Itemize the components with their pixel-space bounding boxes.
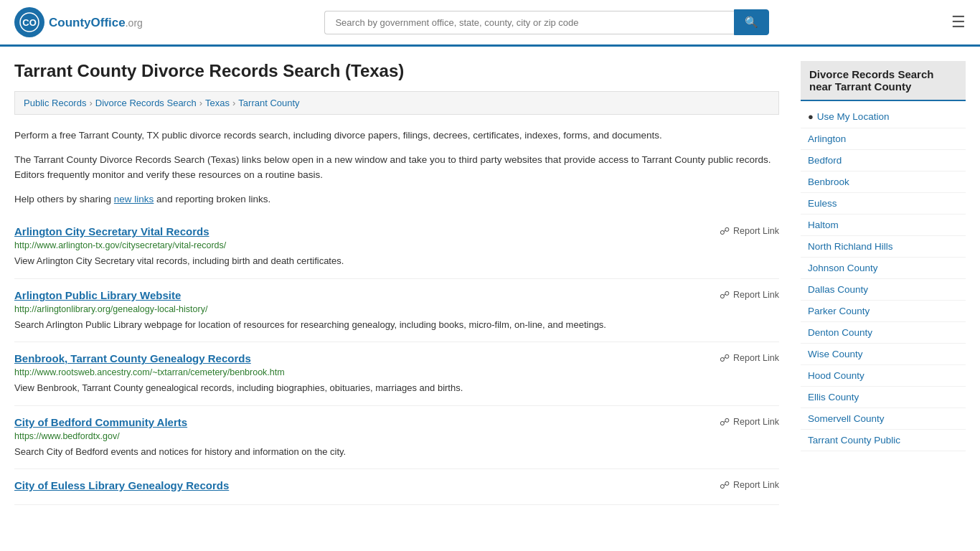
report-link[interactable]: ☍ Report Link [720, 416, 779, 428]
breadcrumb-tarrant-county[interactable]: Tarrant County [238, 98, 299, 108]
report-icon: ☍ [720, 289, 730, 301]
search-icon: 🔍 [745, 16, 758, 28]
logo-area[interactable]: CO CountyOffice.org [14, 7, 143, 37]
description-2: The Tarrant County Divorce Records Searc… [14, 152, 779, 183]
sidebar-link-benbrook[interactable]: Benbrook [801, 171, 966, 193]
breadcrumb-sep-2: › [199, 98, 202, 108]
desc-text-post: and reporting broken links. [154, 194, 270, 204]
result-title[interactable]: Benbrook, Tarrant County Genealogy Recor… [14, 352, 251, 364]
search-area: 🔍 [324, 9, 769, 35]
breadcrumb-sep-3: › [232, 98, 235, 108]
results-list: Arlington City Secretary Vital Records ☍… [14, 215, 779, 505]
report-link[interactable]: ☍ Report Link [720, 225, 779, 237]
result-item: Benbrook, Tarrant County Genealogy Recor… [14, 342, 779, 406]
result-header: Arlington City Secretary Vital Records ☍… [14, 225, 779, 237]
result-desc: Search Arlington Public Library webpage … [14, 318, 779, 332]
result-item: Arlington City Secretary Vital Records ☍… [14, 215, 779, 279]
breadcrumb: Public Records › Divorce Records Search … [14, 91, 779, 115]
report-icon: ☍ [720, 479, 730, 491]
result-desc: View Arlington City Secretary vital reco… [14, 254, 779, 268]
result-item: City of Bedford Community Alerts ☍ Repor… [14, 406, 779, 470]
result-title[interactable]: Arlington Public Library Website [14, 289, 181, 301]
result-header: Benbrook, Tarrant County Genealogy Recor… [14, 352, 779, 364]
report-link[interactable]: ☍ Report Link [720, 352, 779, 364]
location-icon: ● [808, 111, 814, 122]
site-header: CO CountyOffice.org 🔍 ☰ [0, 0, 980, 47]
result-desc: View Benbrook, Tarrant County genealogic… [14, 381, 779, 395]
sidebar-link-wise-county[interactable]: Wise County [801, 344, 966, 365]
description-3: Help others by sharing new links and rep… [14, 192, 779, 207]
breadcrumb-sep-1: › [89, 98, 92, 108]
result-url: https://www.bedfordtx.gov/ [14, 431, 779, 441]
content-area: Tarrant County Divorce Records Search (T… [14, 61, 801, 505]
breadcrumb-texas[interactable]: Texas [205, 98, 230, 108]
result-header: City of Euless Library Genealogy Records… [14, 479, 779, 491]
sidebar-link-ellis-county[interactable]: Ellis County [801, 387, 966, 408]
search-button[interactable]: 🔍 [734, 9, 769, 35]
result-title[interactable]: City of Bedford Community Alerts [14, 416, 187, 428]
report-icon: ☍ [720, 416, 730, 428]
sidebar-link-haltom[interactable]: Haltom [801, 215, 966, 236]
page-title: Tarrant County Divorce Records Search (T… [14, 61, 779, 81]
menu-icon[interactable]: ☰ [951, 13, 966, 32]
sidebar-link-north-richland-hills[interactable]: North Richland Hills [801, 236, 966, 258]
breadcrumb-public-records[interactable]: Public Records [24, 98, 86, 108]
sidebar-link-bedford[interactable]: Bedford [801, 150, 966, 171]
sidebar-link-parker-county[interactable]: Parker County [801, 301, 966, 322]
logo-text: CountyOffice.org [49, 15, 143, 30]
sidebar-link-euless[interactable]: Euless [801, 193, 966, 215]
result-item: City of Euless Library Genealogy Records… [14, 469, 779, 505]
svg-text:CO: CO [22, 17, 37, 28]
main-container: Tarrant County Divorce Records Search (T… [0, 47, 980, 505]
result-url: http://www.arlington-tx.gov/citysecretar… [14, 240, 779, 250]
result-url: http://arlingtonlibrary.org/genealogy-lo… [14, 304, 779, 314]
report-icon: ☍ [720, 225, 730, 237]
desc-text-pre: Help others by sharing [14, 194, 114, 204]
use-location[interactable]: ● Use My Location [801, 105, 966, 128]
sidebar-link-somervell-county[interactable]: Somervell County [801, 408, 966, 430]
result-title[interactable]: City of Euless Library Genealogy Records [14, 479, 229, 491]
result-desc: Search City of Bedford events and notice… [14, 445, 779, 459]
new-links-link[interactable]: new links [114, 194, 154, 204]
report-link[interactable]: ☍ Report Link [720, 289, 779, 301]
result-item: Arlington Public Library Website ☍ Repor… [14, 279, 779, 343]
sidebar-link-arlington[interactable]: Arlington [801, 128, 966, 150]
result-header: Arlington Public Library Website ☍ Repor… [14, 289, 779, 301]
report-link[interactable]: ☍ Report Link [720, 479, 779, 491]
search-input[interactable] [324, 11, 734, 34]
use-location-link[interactable]: Use My Location [817, 111, 890, 122]
result-header: City of Bedford Community Alerts ☍ Repor… [14, 416, 779, 428]
sidebar-link-hood-county[interactable]: Hood County [801, 365, 966, 387]
sidebar-title: Divorce Records Search near Tarrant Coun… [801, 61, 966, 101]
breadcrumb-divorce-records[interactable]: Divorce Records Search [95, 98, 197, 108]
result-url: http://www.rootsweb.ancestry.com/~txtarr… [14, 367, 779, 377]
report-icon: ☍ [720, 352, 730, 364]
sidebar-link-johnson-county[interactable]: Johnson County [801, 258, 966, 279]
sidebar-link-denton-county[interactable]: Denton County [801, 322, 966, 344]
description-1: Perform a free Tarrant County, TX public… [14, 128, 779, 143]
result-title[interactable]: Arlington City Secretary Vital Records [14, 225, 209, 237]
logo-icon: CO [14, 7, 44, 37]
sidebar-link-tarrant-county-public[interactable]: Tarrant County Public [801, 430, 966, 451]
sidebar: Divorce Records Search near Tarrant Coun… [801, 61, 966, 505]
sidebar-link-dallas-county[interactable]: Dallas County [801, 279, 966, 301]
